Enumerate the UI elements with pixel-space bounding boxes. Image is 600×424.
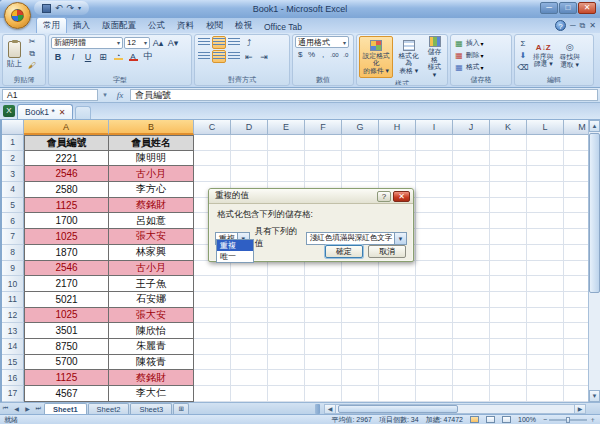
document-tab-close-icon[interactable]: ✕	[59, 108, 66, 117]
zoom-slider[interactable]: − ＋	[543, 415, 596, 424]
row-header-15[interactable]: 15	[2, 355, 24, 371]
cell-I1[interactable]	[416, 135, 453, 151]
cell-G3[interactable]	[342, 166, 379, 182]
cell-G10[interactable]	[342, 276, 379, 292]
cell-J10[interactable]	[453, 276, 490, 292]
maximize-button[interactable]: □	[559, 2, 577, 14]
clear-icon[interactable]: ⌫	[517, 62, 529, 73]
scroll-up-icon[interactable]: ▲	[589, 120, 600, 132]
cell-K12[interactable]	[490, 308, 527, 324]
cell-H2[interactable]	[379, 151, 416, 167]
cell-C12[interactable]	[194, 308, 231, 324]
cell-I14[interactable]	[416, 339, 453, 355]
cell-K4[interactable]	[490, 182, 527, 198]
borders-icon[interactable]: ⊞	[96, 50, 110, 63]
cell-L4[interactable]	[527, 182, 564, 198]
cell-D17[interactable]	[231, 386, 268, 402]
increase-indent-icon[interactable]: ⇥	[257, 50, 271, 63]
percent-style-icon[interactable]: %	[306, 49, 316, 60]
cell-B10[interactable]: 王子魚	[109, 276, 194, 292]
increase-decimal-icon[interactable]: .00	[329, 49, 339, 60]
workbook-restore-button[interactable]: ⧉	[580, 20, 586, 31]
cell-D13[interactable]	[231, 323, 268, 339]
style-dropdown[interactable]: 淺紅色填滿與深紅色文字 ▼	[306, 232, 407, 245]
cell-E1[interactable]	[268, 135, 305, 151]
cell-B1[interactable]: 會員姓名	[109, 135, 194, 151]
tab-formulas[interactable]: 公式	[142, 18, 171, 33]
cell-H3[interactable]	[379, 166, 416, 182]
cell-E12[interactable]	[268, 308, 305, 324]
cell-A4[interactable]: 2580	[24, 182, 109, 198]
next-sheet-icon[interactable]: ▶	[22, 405, 33, 412]
comma-style-icon[interactable]: ,	[318, 49, 328, 60]
cell-K16[interactable]	[490, 370, 527, 386]
cell-A11[interactable]: 5021	[24, 292, 109, 308]
cell-H13[interactable]	[379, 323, 416, 339]
phonetic-icon[interactable]: 中	[141, 50, 155, 63]
decrease-indent-icon[interactable]: ⇤	[242, 50, 256, 63]
cell-I15[interactable]	[416, 355, 453, 371]
cell-A15[interactable]: 5700	[24, 355, 109, 371]
align-middle-icon[interactable]	[212, 36, 226, 49]
row-header-5[interactable]: 5	[2, 198, 24, 214]
cell-G1[interactable]	[342, 135, 379, 151]
row-header-17[interactable]: 17	[2, 386, 24, 402]
sort-filter-button[interactable]: A↓Z 排序與篩選 ▾	[531, 36, 555, 74]
cell-B9[interactable]: 古小月	[109, 261, 194, 277]
row-header-13[interactable]: 13	[2, 323, 24, 339]
zoom-slider-track[interactable]	[549, 419, 587, 421]
cell-I3[interactable]	[416, 166, 453, 182]
italic-button[interactable]: I	[66, 50, 80, 63]
cell-L17[interactable]	[527, 386, 564, 402]
cell-L13[interactable]	[527, 323, 564, 339]
cell-B14[interactable]: 朱麗青	[109, 339, 194, 355]
cell-B4[interactable]: 李方心	[109, 182, 194, 198]
row-header-1[interactable]: 1	[2, 135, 24, 151]
cell-A14[interactable]: 8750	[24, 339, 109, 355]
cell-I7[interactable]	[416, 229, 453, 245]
cell-D14[interactable]	[231, 339, 268, 355]
cell-J16[interactable]	[453, 370, 490, 386]
decrease-decimal-icon[interactable]: .0	[341, 49, 351, 60]
cell-H11[interactable]	[379, 292, 416, 308]
cell-F3[interactable]	[305, 166, 342, 182]
cell-K15[interactable]	[490, 355, 527, 371]
sheet-tab-sheet2[interactable]: Sheet2	[88, 403, 130, 414]
cell-E2[interactable]	[268, 151, 305, 167]
prev-sheet-icon[interactable]: ◀	[11, 405, 22, 412]
cell-G15[interactable]	[342, 355, 379, 371]
cell-G12[interactable]	[342, 308, 379, 324]
cell-K10[interactable]	[490, 276, 527, 292]
cell-J2[interactable]	[453, 151, 490, 167]
row-header-2[interactable]: 2	[2, 151, 24, 167]
cell-D11[interactable]	[231, 292, 268, 308]
row-header-7[interactable]: 7	[2, 229, 24, 245]
cell-C14[interactable]	[194, 339, 231, 355]
cell-G17[interactable]	[342, 386, 379, 402]
tab-office-tab[interactable]: Office Tab	[258, 20, 308, 33]
cell-F11[interactable]	[305, 292, 342, 308]
cell-I12[interactable]	[416, 308, 453, 324]
cell-J3[interactable]	[453, 166, 490, 182]
cell-D2[interactable]	[231, 151, 268, 167]
cell-B2[interactable]: 陳明明	[109, 151, 194, 167]
conditional-formatting-button[interactable]: 設定格式化的條件 ▾	[359, 36, 393, 78]
ok-button[interactable]: 確定	[325, 245, 363, 258]
cell-A10[interactable]: 2170	[24, 276, 109, 292]
font-name-select[interactable]: 新細明體▾	[51, 37, 123, 49]
tab-home[interactable]: 常用	[36, 17, 67, 33]
new-document-tab-button[interactable]	[75, 106, 91, 119]
cell-K1[interactable]	[490, 135, 527, 151]
zoom-level[interactable]: 100%	[518, 416, 536, 423]
normal-view-icon[interactable]	[470, 416, 479, 423]
cell-L15[interactable]	[527, 355, 564, 371]
cell-H15[interactable]	[379, 355, 416, 371]
cell-C2[interactable]	[194, 151, 231, 167]
cell-F2[interactable]	[305, 151, 342, 167]
cell-F15[interactable]	[305, 355, 342, 371]
cell-L5[interactable]	[527, 198, 564, 214]
cell-A5[interactable]: 1125	[24, 198, 109, 214]
cell-B12[interactable]: 張大安	[109, 308, 194, 324]
cell-F10[interactable]	[305, 276, 342, 292]
column-header-F[interactable]: F	[305, 120, 342, 135]
